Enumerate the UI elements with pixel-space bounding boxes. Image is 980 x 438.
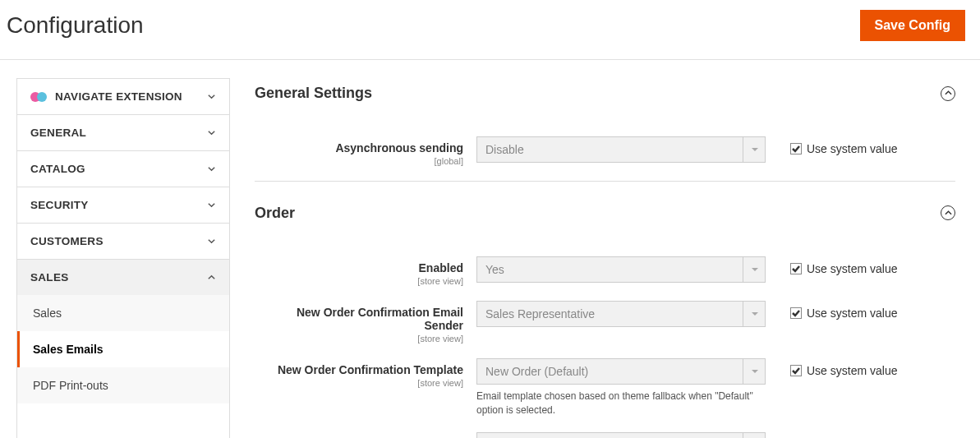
select-input[interactable] [476,432,766,438]
sidebar-section-navigate-extension[interactable]: NAVIGATE EXTENSION [17,79,229,115]
sidebar-section-general[interactable]: GENERAL [17,115,229,151]
sidebar-section-label: SECURITY [30,199,89,211]
select-input[interactable] [476,358,766,385]
field-scope: [store view] [255,334,463,343]
chevron-down-icon [206,92,216,102]
use-system-value-checkbox[interactable] [790,307,802,319]
collapse-up-icon [941,86,955,101]
checkbox-label: Use system value [807,142,897,155]
checkbox-label: Use system value [807,307,897,320]
navigate-logo-icon [30,92,47,102]
field-label: New Order Confirmation Email Sender [297,306,463,333]
section-header-order[interactable]: Order [255,198,955,235]
field-scope: [store view] [255,276,463,286]
field-label: Enabled [419,261,463,274]
use-system-value-checkbox[interactable] [790,143,802,154]
sidebar-section-customers[interactable]: CUSTOMERS [17,224,229,260]
page-title: Configuration [7,12,144,39]
chevron-down-icon [206,164,216,174]
sidebar-section-label: CATALOG [30,163,85,175]
section-title: General Settings [255,85,372,102]
use-system-value-checkbox[interactable] [790,263,802,274]
use-system-value-checkbox[interactable] [790,365,802,376]
page-header: Configuration Save Config [0,0,980,60]
section-order: Order Enabled [store view] [255,198,955,438]
field-hint: Email template chosen based on theme fal… [476,390,766,417]
field-scope: [global] [255,156,463,166]
sidebar-section-label: CUSTOMERS [30,235,104,247]
sidebar-item-sales-emails[interactable]: Sales Emails [17,331,229,367]
email-sender-select[interactable] [476,301,766,327]
sidebar-section-label: NAVIGATE EXTENSION [55,90,182,103]
select-input[interactable] [476,136,766,163]
select-input[interactable] [476,301,766,327]
select-input[interactable] [476,256,766,283]
section-header-general[interactable]: General Settings [255,78,955,115]
confirmation-template-select[interactable] [476,358,766,385]
sidebar-section-catalog[interactable]: CATALOG [17,151,229,187]
field-confirmation-template: New Order Confirmation Template [store v… [255,358,955,417]
divider [255,181,955,182]
field-scope: [store view] [255,378,463,388]
sidebar-section-label: SALES [30,271,69,284]
layout: NAVIGATE EXTENSION GENERAL CATALOG [0,60,980,438]
sidebar-item-sales[interactable]: Sales [17,295,229,331]
checkbox-label: Use system value [807,262,897,275]
collapse-up-icon [941,205,955,220]
section-title: Order [255,205,295,222]
field-async-sending: Asynchronous sending [global] Use [255,136,955,166]
sidebar-section-security[interactable]: SECURITY [17,187,229,224]
enabled-select[interactable] [476,256,766,283]
field-label: New Order Confirmation Template [278,363,463,376]
checkbox-label: Use system value [807,364,897,377]
async-sending-select[interactable] [476,136,766,163]
save-config-button[interactable]: Save Config [860,10,965,41]
guest-template-select[interactable] [476,432,766,438]
chevron-up-icon [206,273,216,283]
main-content: General Settings Asynchronous sending [g… [230,78,980,438]
section-general-settings: General Settings Asynchronous sending [g… [255,78,955,166]
chevron-down-icon [206,201,216,210]
field-guest-template: New Order Confirmation Template for Gues… [255,432,955,438]
sidebar-section-label: GENERAL [30,127,86,139]
sidebar-subnav: Sales Sales Emails PDF Print-outs [17,295,229,403]
chevron-down-icon [206,237,216,247]
sidebar: NAVIGATE EXTENSION GENERAL CATALOG [16,78,230,438]
field-email-sender: New Order Confirmation Email Sender [sto… [255,301,955,344]
field-label: Asynchronous sending [335,141,463,154]
field-enabled: Enabled [store view] Use system v [255,256,955,286]
sidebar-item-pdf-printouts[interactable]: PDF Print-outs [17,367,229,403]
sidebar-section-sales[interactable]: SALES Sales Sales Emails PDF Print-outs [17,260,229,403]
chevron-down-icon [206,128,216,138]
